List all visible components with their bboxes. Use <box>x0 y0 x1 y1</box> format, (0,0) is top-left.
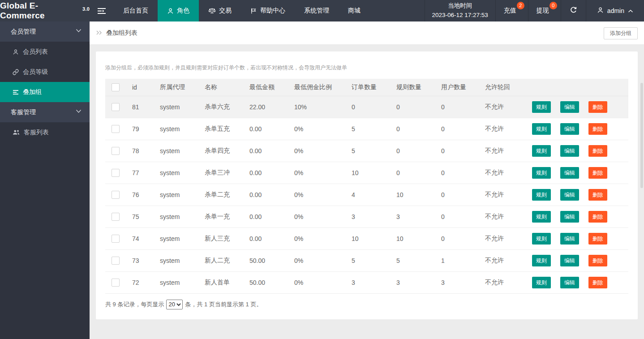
sidebar-group-member-management[interactable]: 会员管理 <box>0 21 90 42</box>
rule-button[interactable]: 规则 <box>532 277 551 288</box>
cell-loop: 不允许 <box>481 249 528 271</box>
cell-orders: 10 <box>347 227 392 249</box>
cell-actions: 规则 编辑 删除 <box>528 206 628 227</box>
delete-button[interactable]: 删除 <box>588 189 607 201</box>
user-icon <box>13 49 19 55</box>
sidebar-item-service-list[interactable]: 客服列表 <box>0 122 90 142</box>
cell-min-commission: 0% <box>290 118 347 140</box>
table-row: 79 system 杀单五充 0.00 0% 5 0 0 不允许 规则 编辑 删… <box>105 118 628 140</box>
row-checkbox[interactable] <box>112 213 120 221</box>
rule-button[interactable]: 规则 <box>532 255 551 266</box>
delete-button[interactable]: 删除 <box>588 233 607 245</box>
withdraw-button[interactable]: 提现 0 <box>528 0 561 21</box>
rule-button[interactable]: 规则 <box>532 145 551 157</box>
username: admin <box>607 7 624 14</box>
collapse-sidebar-button[interactable] <box>90 0 114 21</box>
delete-button[interactable]: 删除 <box>588 277 607 288</box>
cell-orders: 0 <box>347 96 392 118</box>
cell-min-amount: 0.00 <box>245 140 290 162</box>
page-size-select[interactable]: 20 <box>166 300 183 309</box>
column-header-orders: 订单数量 <box>347 79 392 96</box>
edit-button[interactable]: 编辑 <box>560 277 579 288</box>
brand-version: 3.0 <box>82 6 90 12</box>
edit-button[interactable]: 编辑 <box>560 189 579 201</box>
edit-button[interactable]: 编辑 <box>560 167 579 179</box>
delete-button[interactable]: 删除 <box>588 211 607 223</box>
nav-item-trade[interactable]: 交易 <box>199 0 241 21</box>
cell-actions: 规则 编辑 删除 <box>528 96 628 118</box>
edit-button[interactable]: 编辑 <box>560 101 579 113</box>
cell-loop: 不允许 <box>481 184 528 206</box>
nav-item-help-center[interactable]: 帮助中心 <box>241 0 295 21</box>
chevron-up-icon <box>628 7 633 14</box>
sidebar-item-label: 会员列表 <box>23 48 48 56</box>
cell-name: 杀单五充 <box>200 118 245 140</box>
delete-button[interactable]: 删除 <box>588 255 607 266</box>
refresh-button[interactable] <box>561 0 586 21</box>
table-row: 76 system 杀单二充 0.00 0% 4 10 0 不允许 规则 编辑 … <box>105 184 628 206</box>
nav-item-mall[interactable]: 商城 <box>339 0 370 21</box>
sidebar-item-stack-group[interactable]: 叠加组 <box>0 82 90 102</box>
column-header-rules: 规则数量 <box>392 79 437 96</box>
row-checkbox[interactable] <box>112 191 120 199</box>
users-icon <box>13 129 20 135</box>
nav-item-roles[interactable]: 角色 <box>158 0 199 21</box>
cell-name: 杀单三冲 <box>200 162 245 184</box>
delete-button[interactable]: 删除 <box>588 123 607 135</box>
delete-button[interactable]: 删除 <box>588 101 607 113</box>
edit-button[interactable]: 编辑 <box>560 123 579 135</box>
rule-button[interactable]: 规则 <box>532 211 551 223</box>
rule-button[interactable]: 规则 <box>532 101 551 113</box>
rule-button[interactable]: 规则 <box>532 189 551 201</box>
cell-users: 0 <box>437 96 481 118</box>
edit-button[interactable]: 编辑 <box>560 233 579 245</box>
cell-agent: system <box>155 184 200 206</box>
rule-button[interactable]: 规则 <box>532 233 551 245</box>
user-menu[interactable]: admin <box>586 0 644 21</box>
chevron-down-icon <box>76 109 82 113</box>
cell-loop: 不允许 <box>481 162 528 184</box>
nav-item-label: 帮助中心 <box>260 7 285 15</box>
row-checkbox[interactable] <box>112 125 120 133</box>
row-checkbox[interactable] <box>112 235 120 243</box>
column-header-loop: 允许轮回 <box>481 79 528 96</box>
add-group-button[interactable]: 添加分组 <box>604 27 638 39</box>
pagination-prefix: 共 9 条记录，每页显示 <box>105 300 164 309</box>
rule-button[interactable]: 规则 <box>532 123 551 135</box>
scrollbar-thumb[interactable] <box>640 83 643 188</box>
select-all-checkbox[interactable] <box>112 83 120 91</box>
cell-actions: 规则 编辑 删除 <box>528 162 628 184</box>
cell-users: 3 <box>437 271 481 293</box>
row-checkbox[interactable] <box>112 257 120 265</box>
recharge-button[interactable]: 充值 2 <box>495 0 528 21</box>
edit-button[interactable]: 编辑 <box>560 255 579 266</box>
main-area: 叠加组列表 添加分组 添加分组后，必须添加规则，并且规则需要对应好订单个数，若出… <box>90 21 644 339</box>
row-checkbox[interactable] <box>112 279 120 287</box>
cell-min-amount: 0.00 <box>245 118 290 140</box>
cell-rules: 3 <box>392 271 437 293</box>
delete-button[interactable]: 删除 <box>588 167 607 179</box>
cell-min-commission: 0% <box>290 271 347 293</box>
cell-actions: 规则 编辑 删除 <box>528 249 628 271</box>
cell-id: 76 <box>128 184 155 206</box>
cell-actions: 规则 编辑 删除 <box>528 140 628 162</box>
cell-loop: 不允许 <box>481 118 528 140</box>
sidebar-group-service-management[interactable]: 客服管理 <box>0 102 90 122</box>
delete-button[interactable]: 删除 <box>588 145 607 157</box>
nav-item-label: 后台首页 <box>123 7 148 15</box>
row-checkbox[interactable] <box>112 147 120 155</box>
cell-orders: 5 <box>347 140 392 162</box>
sidebar-item-member-level[interactable]: 会员等级 <box>0 62 90 82</box>
column-header-min-commission: 最低佣金比例 <box>290 79 347 96</box>
edit-button[interactable]: 编辑 <box>560 145 579 157</box>
cell-min-amount: 50.00 <box>245 271 290 293</box>
row-checkbox[interactable] <box>112 103 120 111</box>
sidebar-item-member-list[interactable]: 会员列表 <box>0 42 90 62</box>
edit-button[interactable]: 编辑 <box>560 211 579 223</box>
cell-actions: 规则 编辑 删除 <box>528 271 628 293</box>
cell-rules: 0 <box>392 140 437 162</box>
row-checkbox[interactable] <box>112 169 120 177</box>
rule-button[interactable]: 规则 <box>532 167 551 179</box>
nav-item-system[interactable]: 系统管理 <box>295 0 339 21</box>
nav-item-dashboard[interactable]: 后台首页 <box>114 0 158 21</box>
